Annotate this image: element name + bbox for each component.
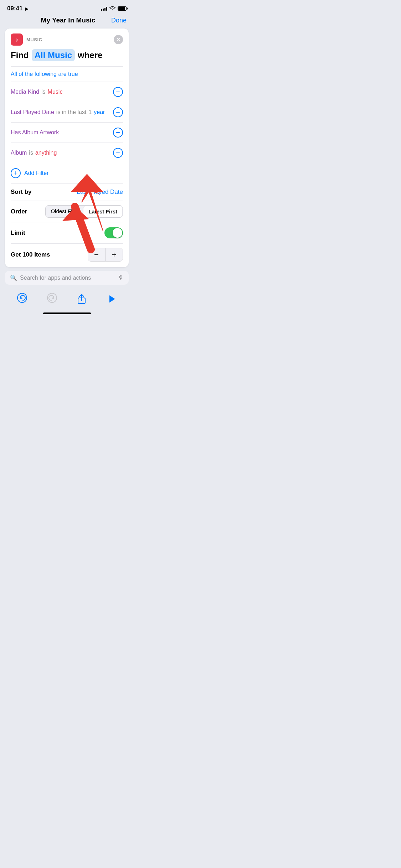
get-items-label: Get 100 Items <box>11 251 50 258</box>
filter-row-3: Has Album Artwork <box>5 123 129 143</box>
limit-row: Limit <box>5 222 129 243</box>
filter-row-3-content: Has Album Artwork <box>11 129 113 136</box>
remove-filter-2-button[interactable] <box>113 107 123 117</box>
add-filter-row[interactable]: + Add Filter <box>5 163 129 183</box>
filter-row-2-content: Last Played Date is in the last 1 year <box>11 109 113 115</box>
home-indicator-bar <box>43 312 91 314</box>
add-filter-icon: + <box>11 168 21 178</box>
battery-icon <box>118 6 127 11</box>
remove-filter-4-button[interactable] <box>113 148 123 158</box>
remove-filter-3-button[interactable] <box>113 128 123 138</box>
filter-2-operator: is in the last <box>56 109 86 115</box>
home-indicator <box>0 310 134 318</box>
items-stepper[interactable]: − + <box>88 248 123 262</box>
signal-bar-4 <box>106 7 107 11</box>
search-placeholder: Search for apps and actions <box>20 275 115 281</box>
status-time: 09:41 <box>7 5 22 12</box>
filter-2-value1: 1 <box>88 109 92 115</box>
filter-row-4-content: Album is anything <box>11 150 113 156</box>
wifi-icon <box>109 6 115 11</box>
status-bar: 09:41 ▶ <box>0 0 134 15</box>
filter-row-2: Last Played Date is in the last 1 year <box>5 102 129 122</box>
search-bar[interactable]: 🔍 Search for apps and actions 🎙 <box>5 271 129 285</box>
add-filter-label: Add Filter <box>24 170 48 176</box>
order-row: Order Oldest First Latest First <box>5 201 129 222</box>
sort-by-label: Sort by <box>11 188 32 196</box>
music-note-icon: ♪ <box>15 36 19 43</box>
filter-row-1: Media Kind is Music <box>5 82 129 102</box>
find-type-text: All Music <box>35 50 72 60</box>
status-icons <box>101 6 127 11</box>
filter-3-field: Has Album Artwork <box>11 129 59 136</box>
toggle-knob <box>113 228 122 238</box>
filter-4-value: anything <box>35 150 57 156</box>
find-where-label: where <box>78 50 102 60</box>
filter-4-operator: is <box>29 150 33 156</box>
bottom-toolbar <box>0 287 134 310</box>
signal-bar-3 <box>104 8 106 11</box>
stepper-increment-button[interactable]: + <box>106 248 123 261</box>
share-button[interactable] <box>74 291 89 307</box>
signal-bar-2 <box>103 9 104 11</box>
filter-4-field: Album <box>11 150 27 156</box>
filter-row-4: Album is anything <box>5 143 129 163</box>
play-icon <box>107 294 117 304</box>
card-header-left: ♪ MUSIC <box>11 33 42 46</box>
card-header: ♪ MUSIC ✕ <box>5 29 129 46</box>
main-card: ♪ MUSIC ✕ Find All Music where All of th… <box>5 29 129 267</box>
limit-toggle[interactable] <box>104 227 123 238</box>
order-label: Order <box>11 208 27 215</box>
order-latest-first[interactable]: Latest First <box>83 206 122 217</box>
filter-group-text: All of the following are true <box>11 71 78 77</box>
card-source-label: MUSIC <box>26 37 42 42</box>
find-type-button[interactable]: All Music <box>32 49 75 61</box>
filter-1-operator: is <box>41 89 46 95</box>
redo-icon <box>47 293 57 306</box>
order-oldest-first[interactable]: Oldest First <box>46 206 83 217</box>
nav-title: My Year In Music <box>41 16 96 24</box>
play-button[interactable] <box>104 291 119 307</box>
redo-button[interactable] <box>44 291 60 307</box>
status-time-area: 09:41 ▶ <box>7 5 29 12</box>
remove-icon-2 <box>116 112 120 113</box>
undo-button[interactable] <box>14 291 30 307</box>
remove-filter-1-button[interactable] <box>113 87 123 97</box>
order-segmented-control[interactable]: Oldest First Latest First <box>45 205 123 218</box>
stepper-decrement-button[interactable]: − <box>88 248 105 261</box>
find-label: Find <box>11 50 29 60</box>
filter-2-field: Last Played Date <box>11 109 54 115</box>
remove-icon-1 <box>116 92 120 92</box>
find-row: Find All Music where <box>5 46 129 66</box>
filter-1-field: Media Kind <box>11 89 39 95</box>
remove-icon-4 <box>116 153 120 153</box>
filter-2-value2: year <box>94 109 105 115</box>
undo-icon <box>17 293 27 306</box>
get-items-row: Get 100 Items − + <box>5 244 129 267</box>
sort-by-row[interactable]: Sort by Last Played Date <box>5 184 129 201</box>
limit-label: Limit <box>11 229 25 237</box>
filter-group-label-row[interactable]: All of the following are true <box>5 67 129 82</box>
filter-row-1-content: Media Kind is Music <box>11 89 113 95</box>
sort-by-value: Last Played Date <box>77 188 123 196</box>
microphone-icon[interactable]: 🎙 <box>118 275 124 281</box>
nav-bar: My Year In Music Done <box>0 15 134 29</box>
share-icon <box>77 294 86 304</box>
done-button[interactable]: Done <box>111 17 127 24</box>
filter-1-value: Music <box>48 89 63 95</box>
search-icon: 🔍 <box>10 274 17 281</box>
location-icon: ▶ <box>25 6 29 11</box>
music-app-icon: ♪ <box>11 33 23 46</box>
signal-bars <box>101 6 107 11</box>
svg-marker-6 <box>109 295 115 303</box>
close-button[interactable]: ✕ <box>114 35 123 44</box>
signal-bar-1 <box>101 9 102 11</box>
remove-icon-3 <box>116 132 120 133</box>
